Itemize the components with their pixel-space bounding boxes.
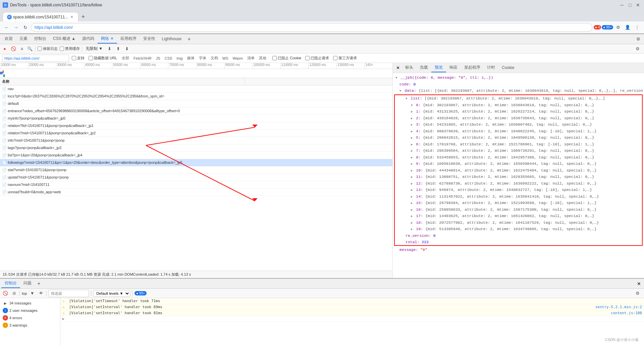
item-8-expand[interactable]: [411, 155, 414, 159]
console-block-button[interactable]: ⊘: [11, 290, 17, 297]
network-row-entrance[interactable]: 📄entrance?video_offset=65676296988603190…: [0, 108, 392, 115]
filter-all-button[interactable]: 全部: [120, 55, 131, 61]
reverse-input[interactable]: [72, 56, 76, 60]
json-item-11[interactable]: 11: {mid: 13098751, attribute: 2, mtime:…: [395, 174, 642, 180]
refresh-button[interactable]: ↻: [21, 23, 30, 31]
url-bar[interactable]: [31, 23, 592, 32]
item-10-expand[interactable]: [411, 168, 414, 172]
data-expand[interactable]: [399, 88, 402, 93]
json-list-line[interactable]: list: [{mid: 382193067, attribute: 2, mt…: [395, 95, 642, 102]
tab-welcome[interactable]: 欢迎: [1, 34, 16, 44]
network-row-myinfo[interactable]: 📄myinfo?jsonp=jsonp&callback=_jp0: [0, 115, 392, 122]
third-party-checkbox[interactable]: 第三方请求: [332, 56, 358, 61]
item-0-expand[interactable]: [411, 103, 414, 107]
network-row-nav[interactable]: 📄nav: [0, 85, 392, 93]
network-row-navnum[interactable]: 📄navnum?mid=154100711: [0, 181, 392, 189]
network-row-relation-mid[interactable]: 📄relation?mid=154100711&jsonp=jsonp&call…: [0, 130, 392, 137]
item-1-expand[interactable]: [411, 109, 414, 114]
tab-elements[interactable]: 元素: [16, 34, 31, 44]
console-close-button[interactable]: ✕: [635, 280, 643, 287]
json-data-line[interactable]: data: {list: [{mid: 382193067, attribute…: [394, 87, 643, 94]
right-tab-timing[interactable]: 计时: [484, 63, 498, 72]
json-item-5[interactable]: 5: {mid: 296842815, attribute: 2, mtime:…: [395, 134, 642, 141]
network-row-unread[interactable]: 📄unread?build=0&mobi_app=web: [0, 189, 392, 196]
json-item-3[interactable]: 3: {mid: 54231865, attribute: 2, mtime: …: [395, 121, 642, 128]
root-expand[interactable]: [395, 75, 398, 80]
item-16-expand[interactable]: [411, 207, 414, 212]
json-item-0[interactable]: 0: {mid: 382193067, attribute: 2, mtime:…: [395, 102, 642, 109]
devtools-settings-button[interactable]: ⚙: [634, 35, 643, 44]
item-9-expand[interactable]: [411, 161, 414, 166]
search-button[interactable]: 🔍: [26, 46, 33, 52]
console-add-tab-button[interactable]: +: [35, 280, 43, 288]
json-item-12[interactable]: 12: {mid: 627888730, attribute: 2, mtime…: [395, 180, 642, 187]
blocked-cookie-input[interactable]: [272, 56, 277, 60]
filter-font-button[interactable]: 字体: [197, 55, 208, 61]
right-panel-close-button[interactable]: ✕: [394, 65, 402, 70]
add-panel-button[interactable]: +: [185, 36, 193, 42]
right-tab-cookie[interactable]: Cookie: [498, 64, 518, 72]
tab-css-overview[interactable]: CSS 概述 ▲: [50, 34, 79, 44]
reverse-filter-checkbox[interactable]: 反转: [70, 56, 86, 61]
settings-button[interactable]: ⚙: [614, 23, 623, 32]
console-sidebar-warnings[interactable]: ! 3 warnings: [0, 322, 60, 329]
json-item-6[interactable]: 6: {mid: 17819768, attribute: 2, mtime: …: [395, 141, 642, 148]
filter-img-button[interactable]: Img: [174, 55, 184, 61]
console-settings-button[interactable]: ⚙: [633, 289, 642, 298]
blocked-cookie-checkbox[interactable]: 已阻止 Cookie: [271, 56, 303, 61]
violation-link-3[interactable]: content.js:108: [611, 311, 642, 315]
item-4-expand[interactable]: [411, 129, 414, 133]
filter-url-input[interactable]: [2, 55, 69, 62]
json-item-7[interactable]: 7: {mid: 296399504, attribute: 2, mtime:…: [395, 147, 642, 154]
record-button[interactable]: ●: [2, 46, 7, 52]
right-tab-payload[interactable]: 负载: [417, 63, 431, 72]
right-tab-preview[interactable]: 预览: [431, 63, 446, 72]
violation-link-2[interactable]: sentry-5.2.1.min.js:2: [595, 305, 642, 309]
back-button[interactable]: ←: [3, 23, 11, 31]
network-row-default[interactable]: 📄default: [0, 100, 392, 108]
filter-wasm-button[interactable]: Wasm: [230, 55, 245, 61]
preserve-log-input[interactable]: [38, 47, 42, 51]
item-13-expand[interactable]: [411, 188, 414, 192]
item-14-expand[interactable]: [411, 194, 414, 199]
json-item-1[interactable]: 1: {mid: 431313625, attribute: 2, mtime:…: [395, 108, 642, 115]
json-item-13[interactable]: 13: {mid: 946974, attribute: 2, mtime: 1…: [395, 187, 642, 193]
clear-button[interactable]: ≡: [19, 46, 24, 52]
browser-tab-active[interactable]: D space.bilibili.com/154100711... ✕: [3, 12, 78, 21]
console-sidebar-user-messages[interactable]: i 2 user messages: [0, 307, 60, 314]
item-18-expand[interactable]: [411, 220, 414, 225]
network-row-list[interactable]: 📄list?pn=1&ps=20&jsonp=jsonp&callback=_j…: [0, 152, 392, 159]
item-15-expand[interactable]: [411, 201, 414, 205]
json-item-14[interactable]: 14: {mid: 1131457022, attribute: 2, mtim…: [395, 193, 642, 200]
messages-expand-button[interactable]: ▶: [3, 300, 8, 306]
console-tab-issues[interactable]: 问题: [20, 279, 35, 288]
filter-ws-button[interactable]: WS: [220, 55, 230, 61]
hide-data-input[interactable]: [89, 56, 93, 60]
no-record-button[interactable]: 🚫: [9, 46, 17, 52]
blocked-request-input[interactable]: [305, 56, 310, 60]
tab-lighthouse[interactable]: Lighthouse: [159, 35, 185, 43]
json-item-10[interactable]: 10: {mid: 444348914, attribute: 2, mtime…: [395, 167, 642, 174]
tab-security[interactable]: 安全性: [140, 34, 159, 44]
tab-console[interactable]: 控制台: [31, 34, 50, 44]
console-clear-button[interactable]: 🚫: [2, 290, 9, 297]
filter-other-button[interactable]: 其他: [257, 55, 268, 61]
expand-arrow-icon[interactable]: ▶: [62, 317, 64, 321]
tab-application[interactable]: 应用程序: [117, 34, 140, 44]
tab-close-button[interactable]: ✕: [69, 15, 74, 19]
filter-css-button[interactable]: CSS: [163, 55, 174, 61]
item-11-expand[interactable]: [411, 175, 414, 179]
filter-doc-button[interactable]: 文档: [209, 55, 220, 61]
item-3-expand[interactable]: [411, 122, 414, 127]
right-tab-initiator[interactable]: 发起程序: [461, 63, 484, 72]
disable-cache-input[interactable]: [60, 47, 64, 51]
json-item-19[interactable]: 19: {mid: 513305949, attribute: 2, mtime…: [395, 226, 642, 232]
json-item-2[interactable]: 2: {mid: 439164626, attribute: 2, mtime:…: [395, 115, 642, 122]
close-button[interactable]: ✕: [635, 2, 641, 8]
network-settings-button[interactable]: ⚙: [633, 45, 642, 53]
new-tab-button[interactable]: +: [78, 12, 88, 21]
menu-button[interactable]: ⋮: [633, 23, 641, 32]
console-filter-input[interactable]: [49, 290, 89, 297]
filter-manifest-button[interactable]: 清单: [245, 55, 257, 61]
restore-button[interactable]: □: [627, 2, 633, 8]
